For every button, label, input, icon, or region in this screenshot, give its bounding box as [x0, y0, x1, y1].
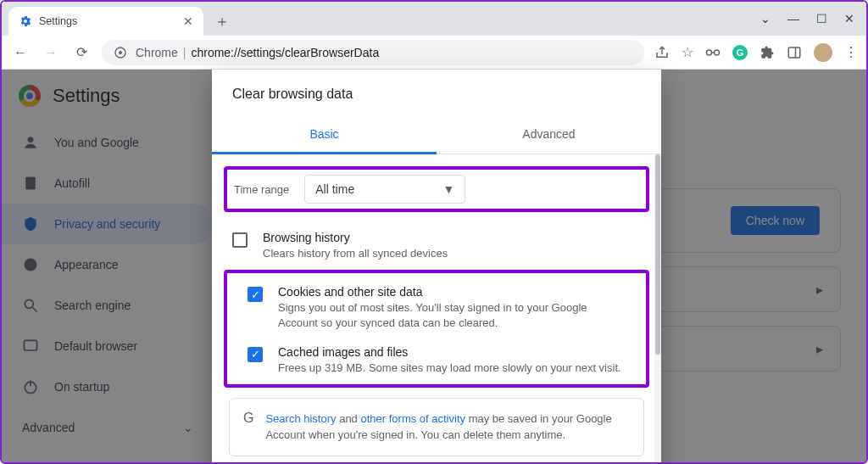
- time-range-row: Time range All time ▼: [224, 166, 649, 212]
- share-icon[interactable]: [654, 45, 670, 60]
- svg-point-2: [707, 50, 712, 55]
- clear-browsing-data-dialog: Clear browsing data Basic Advanced Time …: [212, 70, 661, 464]
- site-info-icon[interactable]: [114, 46, 127, 59]
- google-g-icon: G: [243, 411, 253, 426]
- svg-point-1: [119, 51, 122, 54]
- menu-dots-icon[interactable]: ⋮: [844, 44, 858, 60]
- profile-avatar[interactable]: [814, 43, 832, 62]
- gear-icon: [19, 14, 32, 28]
- option-cache[interactable]: ✓ Cached images and files Frees up 319 M…: [227, 337, 646, 381]
- omnibox[interactable]: Chrome | chrome://settings/clearBrowserD…: [102, 40, 644, 65]
- close-window-icon[interactable]: ✕: [844, 12, 854, 25]
- caret-down-icon: ▼: [442, 182, 454, 196]
- omnibox-text: Chrome | chrome://settings/clearBrowserD…: [136, 46, 379, 59]
- bookmark-icon[interactable]: ☆: [682, 44, 693, 60]
- tab-title: Settings: [39, 15, 176, 27]
- option-cookies[interactable]: ✓ Cookies and other site data Signs you …: [227, 277, 646, 336]
- checkbox-checked[interactable]: ✓: [248, 347, 263, 362]
- reload-icon[interactable]: ⟳: [71, 44, 92, 60]
- new-tab-button[interactable]: ＋: [210, 9, 234, 33]
- toolbar: ← → ⟳ Chrome | chrome://settings/clearBr…: [2, 36, 866, 70]
- titlebar: Settings ✕ ＋ ⌄ — ☐ ✕: [2, 2, 866, 36]
- minimize-icon[interactable]: —: [787, 12, 799, 25]
- svg-rect-4: [788, 48, 800, 58]
- chevron-down-icon[interactable]: ⌄: [760, 12, 771, 25]
- dialog-scrollbar[interactable]: [654, 154, 661, 463]
- checkbox-checked[interactable]: ✓: [248, 287, 263, 302]
- back-icon[interactable]: ←: [10, 45, 31, 60]
- svg-point-3: [715, 50, 720, 55]
- checkbox-unchecked[interactable]: [232, 232, 248, 248]
- maximize-icon[interactable]: ☐: [816, 12, 827, 25]
- window-controls: ⌄ — ☐ ✕: [760, 2, 866, 36]
- option-browsing-history[interactable]: Browsing history Clears history from all…: [212, 222, 661, 266]
- time-range-label: Time range: [234, 183, 289, 196]
- grammarly-icon[interactable]: G: [732, 45, 748, 60]
- forward-icon[interactable]: →: [41, 45, 61, 60]
- search-history-link[interactable]: Search history: [265, 412, 336, 425]
- close-tab-icon[interactable]: ✕: [183, 14, 193, 28]
- browser-tab[interactable]: Settings ✕: [8, 7, 203, 36]
- google-activity-info: G Search history and other forms of acti…: [229, 398, 644, 456]
- other-activity-link[interactable]: other forms of activity: [360, 412, 465, 425]
- dialog-title: Clear browsing data: [212, 70, 661, 114]
- tab-basic[interactable]: Basic: [212, 114, 437, 154]
- sidepanel-icon[interactable]: [787, 45, 802, 60]
- tab-advanced[interactable]: Advanced: [437, 114, 661, 154]
- extension-icon[interactable]: [705, 47, 721, 59]
- extensions-puzzle-icon[interactable]: [760, 45, 775, 60]
- time-range-select[interactable]: All time ▼: [304, 175, 465, 204]
